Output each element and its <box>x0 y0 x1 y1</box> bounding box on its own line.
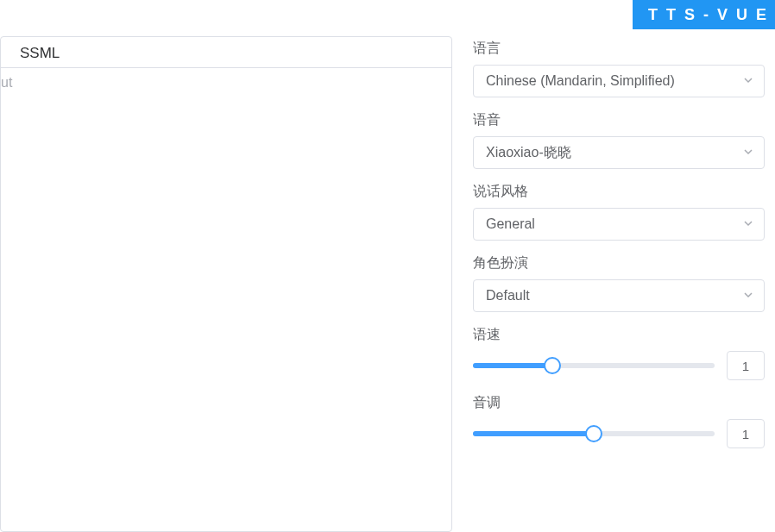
speed-label: 语速 <box>473 326 765 344</box>
style-select-value: General <box>486 216 535 232</box>
voice-label: 语音 <box>473 111 765 129</box>
speed-slider-row <box>473 351 765 380</box>
pitch-field: 音调 <box>473 394 765 448</box>
pitch-slider-row <box>473 419 765 448</box>
voice-select[interactable]: Xiaoxiao-晓晓 <box>473 136 765 169</box>
settings-panel: 语言 Chinese (Mandarin, Simplified) 语音 Xia… <box>452 29 775 532</box>
left-panel: SSML ut <box>0 36 452 532</box>
pitch-slider[interactable] <box>473 425 715 442</box>
role-select-value: Default <box>486 288 530 304</box>
top-bar: TTS-VUE <box>0 0 775 29</box>
speed-slider-fill <box>473 363 552 368</box>
speed-input[interactable] <box>727 351 765 380</box>
language-field: 语言 Chinese (Mandarin, Simplified) <box>473 40 765 97</box>
pitch-input[interactable] <box>727 419 765 448</box>
language-select-value: Chinese (Mandarin, Simplified) <box>486 73 675 89</box>
tab-ssml[interactable]: SSML <box>18 40 61 67</box>
text-input-area[interactable]: ut <box>1 68 451 531</box>
chevron-down-icon <box>743 288 753 304</box>
voice-select-value: Xiaoxiao-晓晓 <box>486 144 571 162</box>
main-content: SSML ut 语言 Chinese (Mandarin, Simplified… <box>0 29 775 532</box>
style-label: 说话风格 <box>473 183 765 201</box>
role-select[interactable]: Default <box>473 279 765 312</box>
speed-field: 语速 <box>473 326 765 380</box>
role-label: 角色扮演 <box>473 254 765 272</box>
chevron-down-icon <box>743 145 753 160</box>
brand-badge: TTS-VUE <box>633 0 775 29</box>
pitch-slider-fill <box>473 431 594 436</box>
pitch-label: 音调 <box>473 394 765 412</box>
chevron-down-icon <box>743 73 753 89</box>
style-select[interactable]: General <box>473 208 765 241</box>
speed-slider[interactable] <box>473 357 715 374</box>
chevron-down-icon <box>743 216 753 232</box>
voice-field: 语音 Xiaoxiao-晓晓 <box>473 111 765 169</box>
speed-slider-track <box>473 363 715 368</box>
tab-header: SSML <box>1 37 451 68</box>
speed-slider-thumb[interactable] <box>544 357 561 374</box>
role-field: 角色扮演 Default <box>473 254 765 312</box>
language-select[interactable]: Chinese (Mandarin, Simplified) <box>473 65 765 97</box>
style-field: 说话风格 General <box>473 183 765 241</box>
textarea-placeholder: ut <box>1 75 451 91</box>
pitch-slider-thumb[interactable] <box>585 425 602 442</box>
language-label: 语言 <box>473 40 765 58</box>
